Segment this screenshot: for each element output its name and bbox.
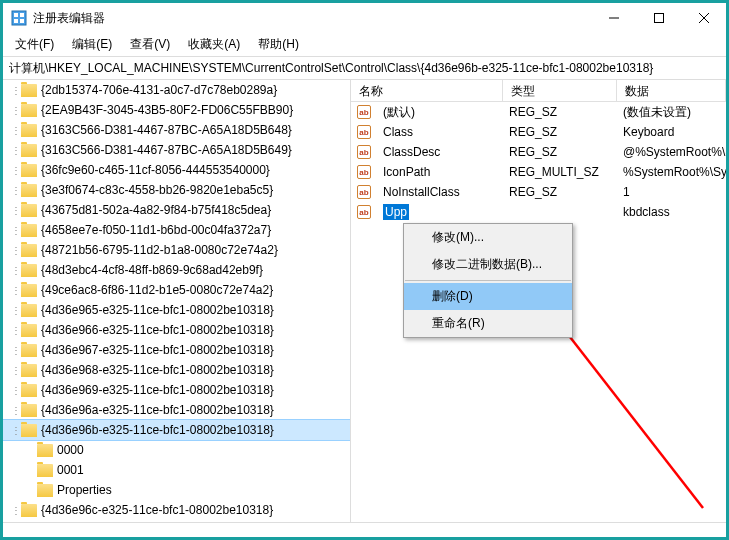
col-type-header[interactable]: 类型 [503, 80, 617, 101]
value-row[interactable]: abClassDescREG_SZ@%SystemRoot%\S [351, 142, 726, 162]
reg-string-icon: ab [357, 125, 371, 139]
tree-item[interactable]: ⋮{4d36e96c-e325-11ce-bfc1-08002be10318} [3, 500, 350, 520]
tree-item[interactable]: Properties [3, 480, 350, 500]
tree-item-label: {4d36e969-e325-11ce-bfc1-08002be10318} [41, 383, 274, 397]
address-text: 计算机\HKEY_LOCAL_MACHINE\SYSTEM\CurrentCon… [9, 60, 653, 77]
value-name: (默认) [375, 102, 501, 123]
tree-item-label: 0001 [57, 463, 84, 477]
tree-item[interactable]: ⋮{4d36e967-e325-11ce-bfc1-08002be10318} [3, 340, 350, 360]
tree-item[interactable]: ⋮{4d36e969-e325-11ce-bfc1-08002be10318} [3, 380, 350, 400]
value-row[interactable]: ab(默认)REG_SZ(数值未设置) [351, 102, 726, 122]
folder-icon [21, 164, 37, 177]
tree-item[interactable]: ⋮{4d36e96a-e325-11ce-bfc1-08002be10318} [3, 400, 350, 420]
close-button[interactable] [681, 3, 726, 33]
value-data: kbdclass [615, 203, 726, 221]
value-type: REG_MULTI_SZ [501, 163, 615, 181]
value-name: Class [375, 123, 501, 141]
folder-icon [21, 404, 37, 417]
value-row[interactable]: abUppkbdclass [351, 202, 726, 222]
tree-item[interactable]: ⋮{48d3ebc4-4cf8-48ff-b869-9c68ad42eb9f} [3, 260, 350, 280]
titlebar: 注册表编辑器 [3, 3, 726, 33]
tree-item-label: {3e3f0674-c83c-4558-bb26-9820e1eba5c5} [41, 183, 273, 197]
menu-view[interactable]: 查看(V) [122, 34, 178, 55]
tree-item[interactable]: ⋮{2EA9B43F-3045-43B5-80F2-FD06C55FBB90} [3, 100, 350, 120]
tree-item-label: {4d36e96b-e325-11ce-bfc1-08002be10318} [41, 423, 274, 437]
folder-icon [21, 224, 37, 237]
registry-tree[interactable]: ⋮{2db15374-706e-4131-a0c7-d7c78eb0289a}⋮… [3, 80, 350, 522]
tree-item-label: {4658ee7e-f050-11d1-b6bd-00c04fa372a7} [41, 223, 271, 237]
tree-item-label: {4d36e968-e325-11ce-bfc1-08002be10318} [41, 363, 274, 377]
folder-icon [21, 304, 37, 317]
tree-item[interactable]: ⋮{49ce6ac8-6f86-11d2-b1e5-0080c72e74a2} [3, 280, 350, 300]
value-row[interactable]: abIconPathREG_MULTI_SZ%SystemRoot%\Sys [351, 162, 726, 182]
tree-item-label: {4d36e966-e325-11ce-bfc1-08002be10318} [41, 323, 274, 337]
tree-item-label: {4d36e967-e325-11ce-bfc1-08002be10318} [41, 343, 274, 357]
folder-icon [21, 204, 37, 217]
reg-string-icon: ab [357, 165, 371, 179]
context-modify-binary[interactable]: 修改二进制数据(B)... [404, 251, 572, 278]
tree-item[interactable]: ⋮{3163C566-D381-4467-87BC-A65A18D5B648} [3, 120, 350, 140]
tree-item-label: 0000 [57, 443, 84, 457]
folder-icon [21, 424, 37, 437]
tree-item[interactable]: ⋮{4d36e968-e325-11ce-bfc1-08002be10318} [3, 360, 350, 380]
col-name-header[interactable]: 名称 [351, 80, 503, 101]
tree-item[interactable]: ⋮{48721b56-6795-11d2-b1a8-0080c72e74a2} [3, 240, 350, 260]
tree-item-label: {3163C566-D381-4467-87BC-A65A18D5B649} [41, 143, 292, 157]
minimize-button[interactable] [591, 3, 636, 33]
tree-item[interactable]: ⋮{3e3f0674-c83c-4558-bb26-9820e1eba5c5} [3, 180, 350, 200]
value-row[interactable]: abClassREG_SZKeyboard [351, 122, 726, 142]
value-name: Upp [375, 203, 501, 221]
value-data: %SystemRoot%\Sys [615, 163, 726, 181]
list-header: 名称 类型 数据 [351, 80, 726, 102]
tree-item[interactable]: ⋮{4d36e96b-e325-11ce-bfc1-08002be10318} [3, 420, 350, 440]
menu-help[interactable]: 帮助(H) [250, 34, 307, 55]
folder-icon [21, 324, 37, 337]
tree-item[interactable]: 0000 [3, 440, 350, 460]
svg-rect-4 [20, 19, 24, 23]
folder-icon [21, 184, 37, 197]
folder-icon [21, 344, 37, 357]
tree-item[interactable]: ⋮{36fc9e60-c465-11cf-8056-444553540000} [3, 160, 350, 180]
menu-file[interactable]: 文件(F) [7, 34, 62, 55]
value-name: ClassDesc [375, 143, 501, 161]
folder-icon [21, 84, 37, 97]
tree-item-label: {43675d81-502a-4a82-9f84-b75f418c5dea} [41, 203, 271, 217]
value-type: REG_SZ [501, 143, 615, 161]
value-type [501, 210, 615, 214]
window-title: 注册表编辑器 [33, 10, 591, 27]
maximize-button[interactable] [636, 3, 681, 33]
tree-item-label: {4d36e965-e325-11ce-bfc1-08002be10318} [41, 303, 274, 317]
tree-item[interactable]: ⋮{4658ee7e-f050-11d1-b6bd-00c04fa372a7} [3, 220, 350, 240]
reg-string-icon: ab [357, 205, 371, 219]
tree-item-label: {48721b56-6795-11d2-b1a8-0080c72e74a2} [41, 243, 278, 257]
tree-item-label: Properties [57, 483, 112, 497]
tree-panel: ⋮{2db15374-706e-4131-a0c7-d7c78eb0289a}⋮… [3, 80, 351, 522]
tree-item-label: {2db15374-706e-4131-a0c7-d7c78eb0289a} [41, 83, 277, 97]
context-modify[interactable]: 修改(M)... [404, 224, 572, 251]
menu-edit[interactable]: 编辑(E) [64, 34, 120, 55]
statusbar [3, 522, 726, 534]
context-rename[interactable]: 重命名(R) [404, 310, 572, 337]
tree-item[interactable]: ⋮{43675d81-502a-4a82-9f84-b75f418c5dea} [3, 200, 350, 220]
svg-rect-1 [14, 13, 18, 17]
svg-rect-2 [20, 13, 24, 17]
address-bar[interactable]: 计算机\HKEY_LOCAL_MACHINE\SYSTEM\CurrentCon… [3, 56, 726, 80]
folder-icon [21, 124, 37, 137]
folder-icon [37, 464, 53, 477]
context-delete[interactable]: 删除(D) [404, 283, 572, 310]
reg-string-icon: ab [357, 185, 371, 199]
tree-item[interactable]: 0001 [3, 460, 350, 480]
app-window: 注册表编辑器 文件(F) 编辑(E) 查看(V) 收藏夹(A) 帮助(H) 计算… [0, 0, 729, 540]
col-data-header[interactable]: 数据 [617, 80, 726, 101]
svg-rect-6 [654, 14, 663, 23]
menubar: 文件(F) 编辑(E) 查看(V) 收藏夹(A) 帮助(H) [3, 33, 726, 56]
menu-favorites[interactable]: 收藏夹(A) [180, 34, 248, 55]
tree-item[interactable]: ⋮{2db15374-706e-4131-a0c7-d7c78eb0289a} [3, 80, 350, 100]
tree-item[interactable]: ⋮{4d36e966-e325-11ce-bfc1-08002be10318} [3, 320, 350, 340]
tree-item[interactable]: ⋮{3163C566-D381-4467-87BC-A65A18D5B649} [3, 140, 350, 160]
reg-string-icon: ab [357, 145, 371, 159]
folder-icon [21, 364, 37, 377]
value-row[interactable]: abNoInstallClassREG_SZ1 [351, 182, 726, 202]
tree-item-label: {4d36e96c-e325-11ce-bfc1-08002be10318} [41, 503, 273, 517]
tree-item[interactable]: ⋮{4d36e965-e325-11ce-bfc1-08002be10318} [3, 300, 350, 320]
